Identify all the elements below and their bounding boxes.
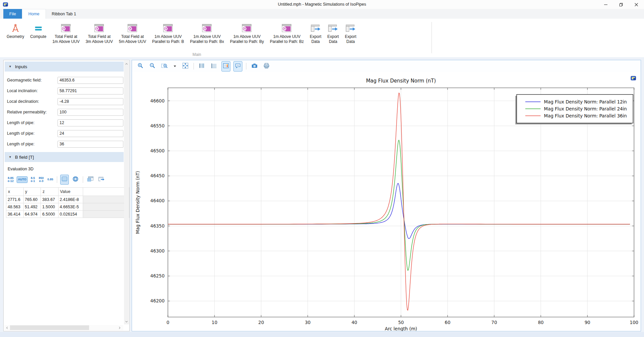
format-button-precision-decimal[interactable]: 0.85 — [47, 177, 54, 182]
format-button-precision-e-3[interactable]: 850e-3 — [38, 176, 44, 184]
ribbon-group-label: Main — [4, 52, 390, 57]
bfield-section-header[interactable]: ▼ B field [T] — [5, 152, 124, 162]
ribbon-button-total-field-5m[interactable]: Total Field at5m Above UUV — [116, 20, 149, 46]
ribbon-button-geometry[interactable]: Geometry — [4, 20, 27, 41]
field-label: Length of pipe: — [7, 120, 58, 125]
plot-window-icon — [202, 22, 212, 34]
scroll-down-icon[interactable] — [124, 319, 129, 324]
ribbon-group-separator — [432, 22, 432, 53]
format-button-auto-notation[interactable]: AUTO — [17, 176, 28, 183]
ribbon-button-label: 1m Above UUVParallel to Path: B — [152, 34, 184, 44]
button-new-table-window[interactable] — [86, 175, 95, 185]
button-zoom-extents[interactable] — [181, 61, 190, 72]
compute-icon — [33, 22, 44, 34]
y-axis-label: Mag Flux Density Norm (nT) — [135, 171, 140, 234]
tab-home[interactable]: Home — [22, 9, 46, 19]
scroll-up-icon[interactable] — [124, 61, 129, 67]
tab-ribbon-tab-1[interactable]: Ribbon Tab 1 — [46, 9, 82, 19]
field-input-1[interactable] — [58, 77, 123, 84]
column-header: Value — [58, 188, 83, 196]
ribbon-button-export-data-2[interactable]: ExportData — [324, 20, 341, 46]
export-small-icon — [98, 176, 105, 184]
button-print[interactable] — [262, 61, 271, 72]
format-button-precision-e-12[interactable]: 8.85e-12 — [7, 176, 14, 184]
toolbar-separator — [246, 63, 246, 70]
chart-title: Mag Flux Density Norm (nT) — [366, 78, 436, 84]
gridlines-icon — [211, 63, 217, 70]
button-export-table-data[interactable] — [97, 175, 106, 185]
ribbon-button-parallel-path-by[interactable]: 1m Above UUVParallel to Path: By — [227, 20, 267, 46]
status-bar — [0, 332, 644, 337]
ribbon-button-parallel-path-bx[interactable]: 1m Above UUVParallel to Path: Bx — [188, 20, 227, 46]
inputs-section-header[interactable]: ▼ Inputs — [5, 62, 124, 72]
sidebar-vertical-scrollbar[interactable] — [124, 61, 129, 324]
field-label: Local inclination: — [7, 88, 58, 93]
table-row[interactable]: 36.41464.9746.50000.026154 — [6, 211, 129, 218]
field-input-2[interactable] — [58, 87, 123, 94]
format-button-precision-e-1[interactable]: 8.5e-1 — [30, 176, 36, 184]
field-input-5[interactable] — [58, 119, 123, 126]
ribbon-button-compute[interactable]: Compute — [28, 20, 49, 41]
toolbar-separator — [57, 176, 57, 183]
scrollbar-thumb[interactable] — [10, 325, 89, 330]
window-title: Untitled.mph - Magnetic Simulations of I… — [0, 0, 644, 9]
ribbon-button-label: Total Field at1m Above UUV — [52, 34, 79, 44]
button-image-snapshot[interactable] — [250, 61, 259, 72]
scroll-left-icon[interactable] — [4, 325, 10, 330]
y-tick-label: 46300 — [150, 248, 165, 253]
ribbon-button-total-field-3m[interactable]: Total Field at3m Above UUV — [83, 20, 115, 46]
inputs-field-list: Geomagnetic field:Local inclination:Loca… — [4, 72, 129, 151]
table-row[interactable]: 2771.6765.60383.672.4186E-8 — [6, 196, 129, 203]
table-row[interactable]: 48.56351.4921.50004.6653E-5 — [6, 203, 129, 211]
button-show-legends[interactable] — [221, 61, 230, 72]
ribbon-button-total-field-1m[interactable]: Total Field at1m Above UUV — [50, 20, 82, 46]
field-input-6[interactable] — [58, 130, 123, 137]
button-sphere-view[interactable] — [71, 175, 80, 185]
maximize-button[interactable] — [613, 0, 629, 9]
table-window-icon — [87, 176, 94, 184]
ribbon: GeometryComputeTotal Field at1m Above UU… — [0, 19, 644, 58]
scroll-right-icon[interactable] — [117, 325, 122, 330]
table-cell: 383.67 — [41, 196, 59, 203]
button-zoom-in[interactable] — [136, 61, 145, 72]
ribbon-button-label: ExportData — [310, 34, 322, 44]
geometry-icon — [10, 22, 21, 34]
field-label: Length of pipe: — [7, 131, 58, 136]
ribbon-button-parallel-path-b[interactable]: 1m Above UUVParallel to Path: B — [150, 20, 187, 46]
x-tick-label: 10 — [212, 320, 217, 325]
series-curve-3[interactable] — [168, 93, 630, 310]
tab-file[interactable]: File — [3, 9, 22, 19]
ribbon-button-export-data-3[interactable]: ExportData — [342, 20, 359, 46]
minimize-button[interactable] — [598, 0, 613, 9]
input-field-row: Length of pipe: — [4, 139, 129, 149]
table-cell-empty — [83, 196, 129, 203]
y-tick-label: 46350 — [150, 223, 165, 229]
ribbon-button-export-data-1[interactable]: ExportData — [307, 20, 324, 46]
sidebar-horizontal-scrollbar[interactable] — [4, 325, 123, 330]
ribbon-button-label: Compute — [30, 34, 47, 39]
ribbon-button-parallel-path-bz[interactable]: 1m Above UUVParallel to Path: Bz — [267, 20, 307, 46]
field-input-3[interactable] — [58, 98, 123, 105]
x-tick-label: 70 — [491, 320, 497, 325]
plot-window-icon — [127, 22, 138, 34]
workspace: ▼ Inputs Geomagnetic field:Local inclina… — [0, 57, 644, 332]
close-icon — [634, 3, 638, 7]
field-input-7[interactable] — [58, 141, 123, 148]
comsol-plot-icon — [630, 75, 636, 81]
close-button[interactable] — [629, 0, 644, 9]
button-gridlines[interactable] — [209, 61, 218, 72]
field-input-4[interactable] — [58, 109, 123, 116]
button-vertical-gridlines[interactable] — [197, 61, 206, 72]
button-table-view[interactable] — [60, 175, 69, 185]
table-cell: 4.6653E-5 — [58, 203, 83, 211]
legend-entry-label: Mag Flux Density Norm: Parallel 24in — [544, 106, 627, 111]
restore-icon — [619, 3, 623, 7]
button-zoom-box[interactable] — [160, 61, 169, 72]
zoom-extents-icon — [182, 63, 189, 70]
button-plot-tooltip[interactable] — [233, 61, 242, 72]
button-zoom-out[interactable] — [148, 61, 157, 72]
button-zoom-box-dropdown[interactable] — [172, 62, 178, 71]
chart-canvas: 0102030405060708090100462004625046300463… — [132, 72, 641, 331]
x-tick-label: 30 — [305, 320, 311, 325]
series-curve-1[interactable] — [168, 183, 630, 239]
